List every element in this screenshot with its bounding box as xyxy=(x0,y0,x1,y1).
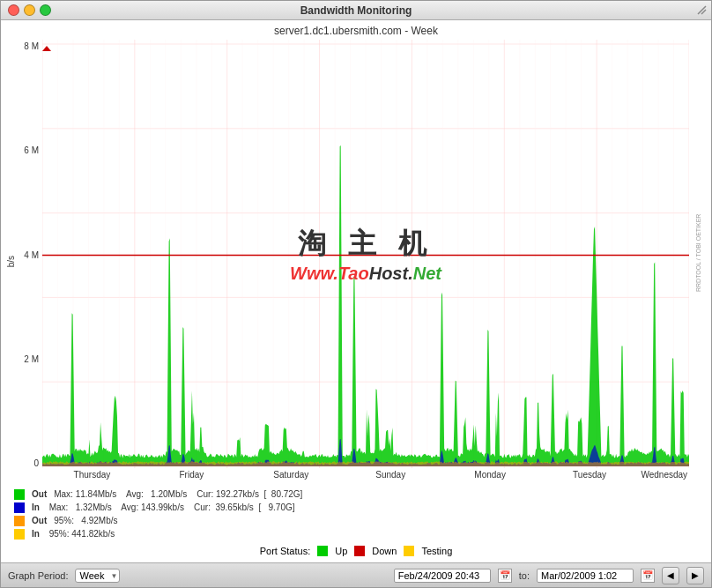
x-label-tuesday: Tuesday xyxy=(540,470,640,484)
x-label-thursday: Thursday xyxy=(42,470,142,484)
legend-stats: Out Max: 11.84Mb/s Avg: 1.20Mb/s Cur: 19… xyxy=(5,484,707,544)
legend-row-in95: In 95%: 441.82kb/s xyxy=(14,527,698,540)
port-status-up-label: Up xyxy=(335,546,347,556)
legend-out-label: Out xyxy=(32,488,47,501)
main-content: server1.dc1.ubersmith.com - Week RRDTOOL… xyxy=(1,20,711,562)
legend-row-out: Out Max: 11.84Mb/s Avg: 1.20Mb/s Cur: 19… xyxy=(14,488,698,501)
rrdtool-label: RRDTOOL / TOBI OETIKER xyxy=(691,40,707,466)
legend-in-box xyxy=(14,502,25,513)
port-status-testing-box xyxy=(404,546,414,556)
main-window: Bandwidth Monitoring server1.dc1.ubersmi… xyxy=(0,0,712,588)
port-status-up-box xyxy=(317,546,328,556)
y-label-4m: 4 M xyxy=(16,250,42,260)
nav-prev-button[interactable]: ◀ xyxy=(662,567,679,584)
legend-out-box xyxy=(14,489,25,500)
legend-in95-box xyxy=(14,529,25,540)
to-label: to: xyxy=(519,570,530,581)
to-calendar-icon[interactable]: 📅 xyxy=(641,569,655,583)
chart-right-label: RRDTOOL / TOBI OETIKER xyxy=(691,40,707,466)
legend-in-stats: Max: 1.32Mb/s Avg: 143.99kb/s Cur: 39.65… xyxy=(49,501,295,514)
legend-in95-label: In xyxy=(32,527,42,540)
x-label-sunday: Sunday xyxy=(341,470,441,484)
maximize-button[interactable] xyxy=(40,4,51,16)
nav-next-button[interactable]: ▶ xyxy=(686,567,704,584)
port-status-down-label: Down xyxy=(372,546,397,556)
port-status-down-box xyxy=(354,546,365,556)
close-button[interactable] xyxy=(8,4,19,16)
chart-title: server1.dc1.ubersmith.com - Week xyxy=(5,25,707,37)
legend-in-label: In xyxy=(32,501,42,514)
minimize-button[interactable] xyxy=(24,4,35,16)
port-status-row: Port Status: Up Down Testing xyxy=(5,544,707,558)
x-axis: Thursday Friday Saturday Sunday Monday T… xyxy=(42,468,689,484)
y-label-2m: 2 M xyxy=(16,354,42,364)
chart-area: RRDTOOL / TOBI OETIKER b/s 8 M 6 M 4 M xyxy=(5,40,707,484)
bandwidth-chart xyxy=(42,40,689,468)
legend-in95-stats: 95%: 441.82kb/s xyxy=(49,527,115,540)
y-label-0: 0 xyxy=(16,458,42,468)
y-axis-title: b/s xyxy=(6,256,16,267)
from-calendar-icon[interactable]: 📅 xyxy=(498,569,512,583)
port-status-testing-label: Testing xyxy=(421,546,452,556)
y-label-6m: 6 M xyxy=(16,145,42,155)
titlebar: Bandwidth Monitoring xyxy=(1,1,711,20)
x-label-friday: Friday xyxy=(142,470,241,484)
legend-row-out95: Out 95%: 4.92Mb/s xyxy=(14,514,698,527)
x-label-monday: Monday xyxy=(441,470,540,484)
port-status-label: Port Status: xyxy=(260,546,310,556)
legend-out95-stats: 95%: 4.92Mb/s xyxy=(54,514,117,527)
window-controls xyxy=(8,4,51,16)
legend-out-stats: Max: 11.84Mb/s Avg: 1.20Mb/s Cur: 192.27… xyxy=(54,488,302,501)
resize-icon[interactable] xyxy=(696,4,708,16)
window-title: Bandwidth Monitoring xyxy=(300,4,412,17)
legend-row-in: In Max: 1.32Mb/s Avg: 143.99kb/s Cur: 39… xyxy=(14,501,698,514)
bottombar: Graph Period: Hour Day Week Month Year 📅… xyxy=(1,562,711,587)
y-label-8m: 8 M xyxy=(16,41,42,51)
period-select[interactable]: Hour Day Week Month Year xyxy=(75,569,120,583)
to-date-input[interactable] xyxy=(537,569,634,583)
legend-out95-label: Out xyxy=(32,514,47,527)
legend-out95-box xyxy=(14,516,25,526)
from-date-input[interactable] xyxy=(394,569,491,583)
x-label-wednesday: Wednesday xyxy=(640,470,689,484)
graph-period-label: Graph Period: xyxy=(8,570,68,581)
period-select-wrapper[interactable]: Hour Day Week Month Year xyxy=(75,569,120,583)
x-label-saturday: Saturday xyxy=(241,470,341,484)
